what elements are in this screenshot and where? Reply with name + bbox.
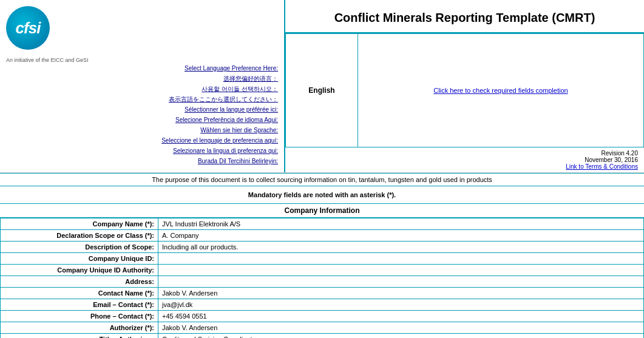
table-row: Email – Contact (*):jva@jvl.dk	[1, 299, 644, 311]
field-label-2: Description of Scope:	[1, 242, 158, 253]
header-left: cfsi An initiative of the EICC and GeSI …	[0, 0, 285, 172]
title-area: Conflict Minerals Reporting Template (CM…	[285, 0, 644, 33]
table-row: Contact Name (*):Jakob V. Andersen	[1, 288, 644, 299]
lang-link-0[interactable]: Select Language Preference Here:	[6, 63, 278, 73]
table-row: Phone – Contact (*):+45 4594 0551	[1, 311, 644, 322]
field-value-5[interactable]	[158, 276, 644, 288]
logo-area: cfsi	[6, 6, 57, 50]
field-label-5: Address:	[1, 276, 158, 288]
field-label-6: Contact Name (*):	[1, 288, 158, 299]
table-row: Address:	[1, 276, 644, 288]
field-value-4[interactable]	[158, 265, 644, 276]
field-label-0: Company Name (*):	[1, 218, 158, 230]
check-completion-link[interactable]: Click here to check required fields comp…	[433, 87, 568, 94]
terms-link[interactable]: Link to Terms & Conditions	[566, 163, 638, 170]
field-label-10: Title - Authorizer:	[1, 334, 158, 339]
field-label-1: Declaration Scope or Class (*):	[1, 230, 158, 242]
language-links: Select Language Preference Here: 选择您偏好的语…	[6, 63, 278, 166]
field-value-2[interactable]: Including all our products.	[158, 242, 644, 253]
logo-tagline: An initiative of the EICC and GeSI	[6, 57, 89, 63]
table-row: Company Name (*):JVL Industri Elektronik…	[1, 218, 644, 230]
header-right: Conflict Minerals Reporting Template (CM…	[285, 0, 644, 172]
lang-link-3[interactable]: 表示言語をここから選択してください：	[6, 94, 278, 104]
field-label-4: Company Unique ID Authority:	[1, 265, 158, 276]
field-value-8[interactable]: +45 4594 0551	[158, 311, 644, 322]
header: cfsi An initiative of the EICC and GeSI …	[0, 0, 644, 173]
field-value-6[interactable]: Jakob V. Andersen	[158, 288, 644, 299]
table-row: Declaration Scope or Class (*):A. Compan…	[1, 230, 644, 242]
purpose-line: The purpose of this document is to colle…	[0, 173, 644, 186]
field-label-9: Authorizer (*):	[1, 322, 158, 334]
table-row: Authorizer (*):Jakob V. Andersen	[1, 322, 644, 334]
table-row: Company Unique ID:	[1, 253, 644, 265]
lang-link-7[interactable]: Seleccione el lenguaje de preferencia aq…	[6, 135, 278, 146]
field-value-0[interactable]: JVL Industri Elektronik A/S	[158, 218, 644, 230]
lang-link-4[interactable]: Sélectionner la langue préférée ici:	[6, 104, 278, 115]
revision-text: Revision 4.20	[291, 150, 638, 157]
field-value-9[interactable]: Jakob V. Andersen	[158, 322, 644, 334]
lang-link-5[interactable]: Selecione Preferência de idioma Aqui:	[6, 115, 278, 125]
page-title: Conflict Minerals Reporting Template (CM…	[297, 11, 632, 25]
company-info-table: Company Name (*):JVL Industri Elektronik…	[0, 218, 644, 338]
check-completion-cell: Click here to check required fields comp…	[358, 33, 644, 147]
language-display: English	[285, 33, 358, 147]
revision-area: Revision 4.20 November 30, 2016 Link to …	[285, 147, 644, 172]
lang-link-6[interactable]: Wählen sie hier die Sprache:	[6, 125, 278, 135]
revision-date: November 30, 2016	[291, 157, 638, 163]
table-row: Company Unique ID Authority:	[1, 265, 644, 276]
page: cfsi An initiative of the EICC and GeSI …	[0, 0, 644, 338]
table-row: Description of Scope:Including all our p…	[1, 242, 644, 253]
lang-link-2[interactable]: 사용할 어이들 선택하시오：	[6, 84, 278, 94]
lang-link-9[interactable]: Burada Dil Tercihini Belirleyin:	[6, 156, 278, 166]
mandatory-note: Mandatory fields are noted with an aster…	[0, 186, 644, 203]
lang-link-1[interactable]: 选择您偏好的语言：	[6, 73, 278, 84]
company-section-title: Company Information	[0, 203, 644, 218]
field-value-7[interactable]: jva@jvl.dk	[158, 299, 644, 311]
field-label-3: Company Unique ID:	[1, 253, 158, 265]
logo-text: cfsi	[16, 19, 41, 38]
field-label-8: Phone – Contact (*):	[1, 311, 158, 322]
table-row: Title - Authorizer:Quality and Serivice …	[1, 334, 644, 339]
lang-link-8[interactable]: Selezionare la lingua di preferenza qui:	[6, 146, 278, 156]
field-value-3[interactable]	[158, 253, 644, 265]
lang-check-row: English Click here to check required fie…	[285, 33, 644, 147]
cfsi-logo: cfsi	[6, 6, 50, 50]
field-value-1[interactable]: A. Company	[158, 230, 644, 242]
field-value-10[interactable]: Quality and Serivice Coordinator	[158, 334, 644, 339]
field-label-7: Email – Contact (*):	[1, 299, 158, 311]
